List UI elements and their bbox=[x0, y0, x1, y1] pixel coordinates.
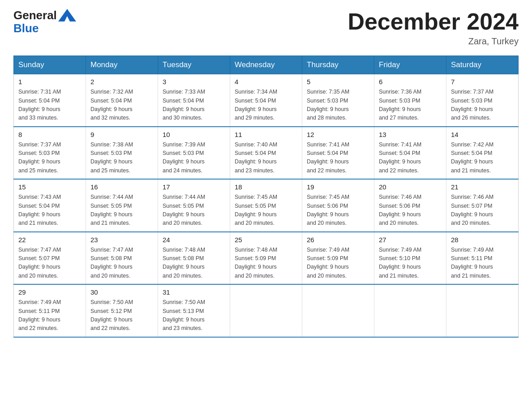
day-number: 30 bbox=[90, 288, 153, 296]
col-saturday: Saturday bbox=[446, 56, 519, 74]
day-cell: 19 Sunrise: 7:45 AM Sunset: 5:06 PM Dayl… bbox=[302, 179, 374, 232]
day-number: 15 bbox=[18, 183, 81, 191]
week-row-2: 8 Sunrise: 7:37 AM Sunset: 5:03 PM Dayli… bbox=[14, 127, 519, 180]
day-info: Sunrise: 7:31 AM Sunset: 5:04 PM Dayligh… bbox=[18, 88, 81, 123]
day-info: Sunrise: 7:33 AM Sunset: 5:04 PM Dayligh… bbox=[163, 88, 225, 123]
day-cell bbox=[302, 284, 374, 337]
day-info: Sunrise: 7:45 AM Sunset: 5:06 PM Dayligh… bbox=[307, 193, 369, 228]
day-number: 10 bbox=[163, 131, 225, 138]
week-row-4: 22 Sunrise: 7:47 AM Sunset: 5:07 PM Dayl… bbox=[14, 232, 519, 285]
day-number: 1 bbox=[18, 78, 81, 86]
day-cell: 24 Sunrise: 7:48 AM Sunset: 5:08 PM Dayl… bbox=[158, 232, 230, 285]
day-cell: 17 Sunrise: 7:44 AM Sunset: 5:05 PM Dayl… bbox=[158, 179, 230, 232]
day-cell: 16 Sunrise: 7:44 AM Sunset: 5:05 PM Dayl… bbox=[86, 179, 158, 232]
day-cell: 13 Sunrise: 7:41 AM Sunset: 5:04 PM Dayl… bbox=[374, 127, 446, 180]
day-number: 23 bbox=[90, 236, 153, 244]
day-number: 29 bbox=[18, 288, 81, 296]
day-number: 18 bbox=[235, 183, 297, 191]
day-number: 8 bbox=[18, 131, 81, 138]
col-tuesday: Tuesday bbox=[158, 56, 230, 74]
day-number: 13 bbox=[379, 131, 442, 138]
location: Zara, Turkey bbox=[348, 36, 519, 47]
day-cell: 8 Sunrise: 7:37 AM Sunset: 5:03 PM Dayli… bbox=[14, 127, 86, 180]
day-cell: 3 Sunrise: 7:33 AM Sunset: 5:04 PM Dayli… bbox=[158, 74, 230, 127]
day-info: Sunrise: 7:50 AM Sunset: 5:12 PM Dayligh… bbox=[90, 298, 153, 333]
day-cell: 5 Sunrise: 7:35 AM Sunset: 5:03 PM Dayli… bbox=[302, 74, 374, 127]
day-cell: 10 Sunrise: 7:39 AM Sunset: 5:03 PM Dayl… bbox=[158, 127, 230, 180]
day-info: Sunrise: 7:39 AM Sunset: 5:03 PM Dayligh… bbox=[163, 141, 225, 176]
day-cell: 25 Sunrise: 7:48 AM Sunset: 5:09 PM Dayl… bbox=[230, 232, 302, 285]
day-number: 21 bbox=[451, 183, 514, 191]
day-info: Sunrise: 7:48 AM Sunset: 5:08 PM Dayligh… bbox=[163, 246, 225, 281]
day-cell: 15 Sunrise: 7:43 AM Sunset: 5:04 PM Dayl… bbox=[14, 179, 86, 232]
day-number: 6 bbox=[379, 78, 442, 86]
day-number: 25 bbox=[235, 236, 297, 244]
col-thursday: Thursday bbox=[302, 56, 374, 74]
day-number: 5 bbox=[307, 78, 369, 86]
day-info: Sunrise: 7:46 AM Sunset: 5:07 PM Dayligh… bbox=[451, 193, 514, 228]
day-info: Sunrise: 7:35 AM Sunset: 5:03 PM Dayligh… bbox=[307, 88, 369, 123]
col-friday: Friday bbox=[374, 56, 446, 74]
day-cell: 6 Sunrise: 7:36 AM Sunset: 5:03 PM Dayli… bbox=[374, 74, 446, 127]
day-info: Sunrise: 7:49 AM Sunset: 5:11 PM Dayligh… bbox=[451, 246, 514, 281]
month-title: December 2024 bbox=[348, 9, 519, 34]
day-info: Sunrise: 7:44 AM Sunset: 5:05 PM Dayligh… bbox=[90, 193, 153, 228]
day-cell: 2 Sunrise: 7:32 AM Sunset: 5:04 PM Dayli… bbox=[86, 74, 158, 127]
col-wednesday: Wednesday bbox=[230, 56, 302, 74]
day-info: Sunrise: 7:47 AM Sunset: 5:07 PM Dayligh… bbox=[18, 246, 81, 281]
day-number: 4 bbox=[235, 78, 297, 86]
day-number: 31 bbox=[163, 288, 225, 296]
day-cell bbox=[374, 284, 446, 337]
day-number: 17 bbox=[163, 183, 225, 191]
day-number: 12 bbox=[307, 131, 369, 138]
day-cell: 1 Sunrise: 7:31 AM Sunset: 5:04 PM Dayli… bbox=[14, 74, 86, 127]
day-info: Sunrise: 7:36 AM Sunset: 5:03 PM Dayligh… bbox=[379, 88, 442, 123]
day-number: 11 bbox=[235, 131, 297, 138]
logo-triangle-icon bbox=[58, 9, 76, 21]
day-number: 9 bbox=[90, 131, 153, 138]
day-info: Sunrise: 7:46 AM Sunset: 5:06 PM Dayligh… bbox=[379, 193, 442, 228]
day-number: 14 bbox=[451, 131, 514, 138]
day-cell: 7 Sunrise: 7:37 AM Sunset: 5:03 PM Dayli… bbox=[446, 74, 519, 127]
page-header: General Blue December 2024 Zara, Turkey bbox=[13, 9, 519, 47]
day-info: Sunrise: 7:48 AM Sunset: 5:09 PM Dayligh… bbox=[235, 246, 297, 281]
day-info: Sunrise: 7:38 AM Sunset: 5:03 PM Dayligh… bbox=[90, 141, 153, 176]
day-number: 2 bbox=[90, 78, 153, 86]
day-cell: 31 Sunrise: 7:50 AM Sunset: 5:13 PM Dayl… bbox=[158, 284, 230, 337]
day-cell: 27 Sunrise: 7:49 AM Sunset: 5:10 PM Dayl… bbox=[374, 232, 446, 285]
day-cell: 18 Sunrise: 7:45 AM Sunset: 5:05 PM Dayl… bbox=[230, 179, 302, 232]
day-info: Sunrise: 7:47 AM Sunset: 5:08 PM Dayligh… bbox=[90, 246, 153, 281]
logo-blue: Blue bbox=[13, 21, 39, 35]
day-number: 20 bbox=[379, 183, 442, 191]
day-info: Sunrise: 7:49 AM Sunset: 5:11 PM Dayligh… bbox=[18, 298, 81, 333]
day-cell: 29 Sunrise: 7:49 AM Sunset: 5:11 PM Dayl… bbox=[14, 284, 86, 337]
week-row-1: 1 Sunrise: 7:31 AM Sunset: 5:04 PM Dayli… bbox=[14, 74, 519, 127]
day-info: Sunrise: 7:43 AM Sunset: 5:04 PM Dayligh… bbox=[18, 193, 81, 228]
col-monday: Monday bbox=[86, 56, 158, 74]
day-info: Sunrise: 7:49 AM Sunset: 5:09 PM Dayligh… bbox=[307, 246, 369, 281]
col-sunday: Sunday bbox=[14, 56, 86, 74]
day-cell: 21 Sunrise: 7:46 AM Sunset: 5:07 PM Dayl… bbox=[446, 179, 519, 232]
day-info: Sunrise: 7:44 AM Sunset: 5:05 PM Dayligh… bbox=[163, 193, 225, 228]
day-cell: 28 Sunrise: 7:49 AM Sunset: 5:11 PM Dayl… bbox=[446, 232, 519, 285]
calendar-body: 1 Sunrise: 7:31 AM Sunset: 5:04 PM Dayli… bbox=[14, 74, 519, 337]
day-info: Sunrise: 7:40 AM Sunset: 5:04 PM Dayligh… bbox=[235, 141, 297, 176]
day-info: Sunrise: 7:37 AM Sunset: 5:03 PM Dayligh… bbox=[18, 141, 81, 176]
day-info: Sunrise: 7:49 AM Sunset: 5:10 PM Dayligh… bbox=[379, 246, 442, 281]
day-number: 16 bbox=[90, 183, 153, 191]
day-cell: 22 Sunrise: 7:47 AM Sunset: 5:07 PM Dayl… bbox=[14, 232, 86, 285]
days-of-week-row: Sunday Monday Tuesday Wednesday Thursday… bbox=[14, 56, 519, 74]
day-cell: 23 Sunrise: 7:47 AM Sunset: 5:08 PM Dayl… bbox=[86, 232, 158, 285]
day-info: Sunrise: 7:42 AM Sunset: 5:04 PM Dayligh… bbox=[451, 141, 514, 176]
day-number: 19 bbox=[307, 183, 369, 191]
day-cell: 4 Sunrise: 7:34 AM Sunset: 5:04 PM Dayli… bbox=[230, 74, 302, 127]
logo: General Blue bbox=[13, 9, 76, 35]
day-cell: 26 Sunrise: 7:49 AM Sunset: 5:09 PM Dayl… bbox=[302, 232, 374, 285]
title-area: December 2024 Zara, Turkey bbox=[348, 9, 519, 47]
day-cell bbox=[446, 284, 519, 337]
week-row-3: 15 Sunrise: 7:43 AM Sunset: 5:04 PM Dayl… bbox=[14, 179, 519, 232]
day-info: Sunrise: 7:45 AM Sunset: 5:05 PM Dayligh… bbox=[235, 193, 297, 228]
calendar-table: Sunday Monday Tuesday Wednesday Thursday… bbox=[13, 56, 519, 338]
day-info: Sunrise: 7:41 AM Sunset: 5:04 PM Dayligh… bbox=[379, 141, 442, 176]
day-number: 27 bbox=[379, 236, 442, 244]
